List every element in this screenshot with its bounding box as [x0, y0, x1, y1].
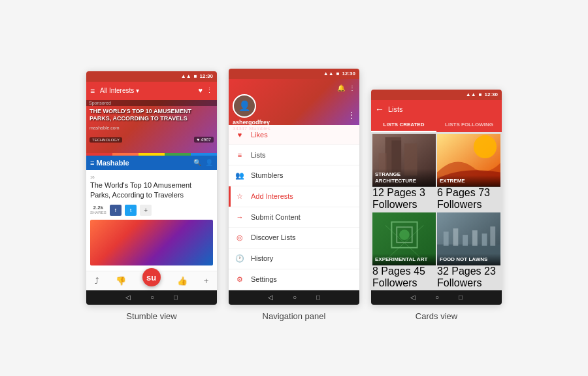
cards-phone: ▲▲ ■ 12:30 ← Lists LISTS CREATED LISTS F…: [371, 90, 502, 305]
discover-icon: ◎: [235, 233, 244, 242]
card-meta-extreme: 6 Pages 73 Followers: [437, 187, 500, 211]
svg-rect-15: [444, 231, 449, 246]
card-food-not-lawns[interactable]: FOOD NOT LAWNS 32 Pages 23 Followers: [437, 212, 500, 289]
add-interests-label: Add Interests: [251, 192, 293, 200]
card-overlay-experimental: EXPERIMENTAL ART: [372, 254, 436, 265]
signal-icon: ▲▲: [181, 73, 191, 79]
cards-recents-button[interactable]: □: [459, 294, 463, 301]
settings-label: Settings: [251, 275, 277, 283]
likes-icon: ♥: [235, 131, 244, 139]
submit-label: Submit Content: [251, 213, 301, 221]
menu-icon[interactable]: ≡: [90, 86, 95, 95]
lists-label: Lists: [251, 151, 266, 159]
hero-likes: ♥ 4967: [194, 137, 214, 143]
card-experimental-art[interactable]: EXPERIMENTAL ART 8 Pages 45 Followers: [372, 212, 436, 289]
svg-rect-19: [482, 233, 487, 246]
card-image-experimental: EXPERIMENTAL ART: [372, 212, 436, 265]
like-icon[interactable]: 👍: [177, 276, 188, 286]
cards-view-wrapper: ▲▲ ■ 12:30 ← Lists LISTS CREATED LISTS F…: [371, 90, 502, 321]
hero-subtitle: mashable.com: [86, 125, 217, 131]
stumble-view-wrapper: ▲▲ ■ 12:30 ≡ All Interests ▾ ♥ ⋮ Sponsor…: [86, 71, 217, 321]
tab-lists-created[interactable]: LISTS CREATED: [371, 118, 436, 132]
username: ashergodfrey: [233, 119, 355, 126]
card-meta-food: 32 Pages 23 Followers: [437, 265, 500, 289]
share-row: 2.2k SHARES f t +: [90, 205, 213, 216]
nav-home-button[interactable]: ○: [293, 294, 297, 301]
settings-icon: ⚙: [235, 275, 244, 284]
card-pages-food: 32 Pages: [437, 265, 482, 277]
stumble-header-title[interactable]: All Interests ▾: [100, 87, 195, 94]
nav-back-button[interactable]: ◁: [268, 294, 273, 301]
nav-item-submit[interactable]: → Submit Content: [229, 207, 359, 228]
nav-recents-button[interactable]: □: [316, 294, 320, 301]
card-extreme[interactable]: EXTREME 6 Pages 73 Followers: [437, 133, 500, 211]
home-button[interactable]: ○: [150, 294, 154, 301]
search-icon[interactable]: 🔍: [193, 159, 201, 166]
card-strange-architecture[interactable]: STRANGE ARCHITECTURE 12 Pages 3 Follower…: [372, 133, 436, 211]
bell-icon[interactable]: 🔔: [337, 84, 345, 92]
nav-item-add-interests[interactable]: ☆ Add Interests: [229, 186, 359, 207]
cards-signal-icon: ▲▲: [466, 92, 476, 97]
stumble-status-bar: ▲▲ ■ 12:30: [86, 71, 217, 82]
header-more-icon[interactable]: ⋮: [348, 111, 355, 120]
nav-signal-icon: ▲▲: [323, 71, 334, 77]
nav-item-settings[interactable]: ⚙ Settings: [229, 269, 359, 290]
card-overlay-food: FOOD NOT LAWNS: [437, 254, 500, 265]
nav-item-history[interactable]: 🕐 History: [229, 248, 359, 269]
likes-label: Likes: [251, 131, 268, 139]
card-overlay-strange: STRANGE ARCHITECTURE: [372, 169, 436, 186]
stumblers-label: Stumblers: [251, 171, 284, 179]
cards-grid: STRANGE ARCHITECTURE 12 Pages 3 Follower…: [371, 132, 502, 290]
card-meta-strange: 12 Pages 3 Followers: [372, 187, 436, 211]
dislike-icon[interactable]: 👎: [116, 276, 126, 286]
nav-time-display: 12:30: [342, 71, 355, 77]
stumble-button[interactable]: su: [142, 268, 161, 286]
cards-tabs: LISTS CREATED LISTS FOLLOWING: [371, 118, 502, 132]
cards-back-icon[interactable]: ←: [375, 104, 384, 114]
cards-view-label: Cards view: [416, 311, 457, 321]
mashable-bar: ≡ Mashable 🔍 👤: [86, 156, 217, 170]
history-label: History: [251, 254, 273, 262]
heart-icon[interactable]: ♥: [198, 86, 203, 95]
stumble-nav-bar: ◁ ○ □: [86, 290, 217, 305]
stumble-header-icons: ♥ ⋮: [198, 86, 213, 95]
cards-battery-icon: ■: [479, 92, 482, 97]
sponsored-bar: Sponsored: [86, 100, 217, 106]
card-image-food: FOOD NOT LAWNS: [437, 212, 500, 265]
tab-lists-following[interactable]: LISTS FOLLOWING: [436, 118, 502, 132]
color-bar: [86, 153, 217, 156]
user-icon[interactable]: 👤: [205, 159, 213, 166]
user-avatar: 👤: [233, 94, 256, 118]
nav-item-lists[interactable]: ≡ Lists: [229, 145, 359, 165]
history-icon: 🕐: [235, 254, 244, 263]
facebook-button[interactable]: f: [110, 205, 122, 216]
cards-nav-bar: ◁ ○ □: [371, 290, 502, 305]
nav-more-icon[interactable]: ⋮: [349, 84, 355, 92]
cards-home-button[interactable]: ○: [435, 294, 439, 301]
back-button[interactable]: ◁: [125, 294, 131, 301]
more-icon[interactable]: ⋮: [206, 86, 213, 95]
cards-header-title: Lists: [388, 105, 498, 113]
nav-list: ♥ Likes ≡ Lists 👥 Stumblers ☆ Add Intere…: [229, 125, 359, 290]
discover-label: Discover Lists: [251, 233, 295, 241]
article-content: 16 The World's Top 10 Amusement Parks, A…: [86, 170, 217, 271]
nav-item-stumblers[interactable]: 👥 Stumblers: [229, 165, 359, 186]
cards-back-button[interactable]: ◁: [410, 294, 416, 301]
add-interests-icon: ☆: [235, 192, 244, 201]
hero-tag: TECHNOLOGY: [90, 137, 122, 143]
nav-item-discover[interactable]: ◎ Discover Lists: [229, 228, 359, 248]
plus-button[interactable]: +: [140, 205, 152, 216]
recents-button[interactable]: □: [174, 294, 178, 301]
twitter-button[interactable]: t: [125, 205, 137, 216]
nav-header-top: 🔔 ⋮: [233, 84, 355, 92]
card-title-strange: STRANGE ARCHITECTURE: [375, 171, 433, 184]
cards-time-display: 12:30: [485, 92, 498, 97]
card-title-experimental: EXPERIMENTAL ART: [375, 256, 433, 263]
article-counter: 16: [90, 175, 213, 179]
svg-rect-16: [453, 228, 458, 245]
lists-icon: ≡: [235, 151, 244, 159]
share-action-icon[interactable]: ⤴: [95, 276, 99, 286]
mashable-bar-icons: 🔍 👤: [193, 159, 213, 166]
add-action-icon[interactable]: +: [204, 276, 209, 286]
card-title-food: FOOD NOT LAWNS: [440, 256, 498, 263]
